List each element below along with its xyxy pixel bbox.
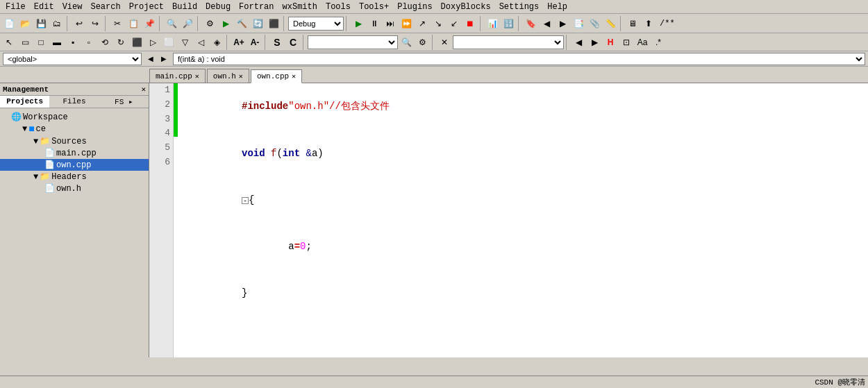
tree-own-cpp[interactable]: 📄 own.cpp xyxy=(0,159,149,171)
find-replace-button[interactable]: 🔎 xyxy=(180,16,195,31)
menu-settings[interactable]: Settings xyxy=(495,1,544,12)
ctrl3-btn[interactable]: ⬜ xyxy=(161,35,176,50)
open-button[interactable]: 📂 xyxy=(17,16,33,31)
search-case-btn[interactable]: Aa xyxy=(635,35,650,50)
bookmark2-btn[interactable]: 📑 xyxy=(571,16,586,31)
build-button[interactable]: 🔨 xyxy=(234,16,249,31)
sidebar-tab-files[interactable]: Files xyxy=(49,96,99,108)
search-highlight-btn[interactable]: H xyxy=(603,35,618,50)
cursor-btn[interactable]: ↖ xyxy=(1,35,17,50)
ctrl5-btn[interactable]: ◁ xyxy=(193,35,208,50)
sidebar-tab-projects[interactable]: Projects xyxy=(0,96,49,108)
bookmark3-btn[interactable]: 📎 xyxy=(587,16,602,31)
menu-doxyblocks[interactable]: DoxyBlocks xyxy=(437,1,495,12)
tree-main-cpp[interactable]: 📄 main.cpp xyxy=(0,147,149,159)
ctrl2-btn[interactable]: ▷ xyxy=(145,35,160,50)
scope-find-btn[interactable]: 🔍 xyxy=(399,35,414,50)
search-back-btn[interactable]: ◀ xyxy=(571,35,586,50)
loop2-btn[interactable]: ↻ xyxy=(113,35,128,50)
debug-start-button[interactable]: ▶ xyxy=(351,16,366,31)
style-s-btn[interactable]: S xyxy=(269,35,285,50)
tab-own-cpp[interactable]: own.cpp ✕ xyxy=(251,69,302,83)
debug-btn5[interactable]: ↗ xyxy=(415,16,430,31)
search-regex-btn[interactable]: .* xyxy=(651,35,666,50)
dbg-icon1[interactable]: 📊 xyxy=(485,16,500,31)
settings-button[interactable]: ⚙ xyxy=(202,16,217,31)
tree-sources-folder[interactable]: ▼ 📁 Sources xyxy=(0,135,149,147)
tab-close-own-cpp[interactable]: ✕ xyxy=(292,72,296,81)
sidebar-close-btn[interactable]: ✕ xyxy=(141,85,146,94)
ctrl-btn[interactable]: ⬛ xyxy=(129,35,144,50)
search-fwd-btn[interactable]: ▶ xyxy=(587,35,602,50)
code-icon2[interactable]: ⬆ xyxy=(641,16,656,31)
menu-plugins[interactable]: Plugins xyxy=(393,1,436,12)
cut-button[interactable]: ✂ xyxy=(110,16,125,31)
code-icon1[interactable]: 🖥 xyxy=(625,16,640,31)
search-result-combo[interactable] xyxy=(453,35,564,49)
tab-main-cpp[interactable]: main.cpp ✕ xyxy=(149,69,206,83)
scope-left-combo[interactable]: <global> xyxy=(3,53,142,65)
tree-headers-folder[interactable]: ▼ 📁 Headers xyxy=(0,171,149,183)
menu-tools[interactable]: Tools xyxy=(322,1,355,12)
debug-stop-button[interactable]: ⏹ xyxy=(462,16,478,31)
menu-build[interactable]: Build xyxy=(168,1,201,12)
fold-marker-3[interactable]: - xyxy=(242,197,249,204)
menu-debug[interactable]: Debug xyxy=(201,1,235,12)
new-button[interactable]: 📄 xyxy=(1,16,17,31)
save-button[interactable]: 💾 xyxy=(33,16,49,31)
ctrl6-btn[interactable]: ◈ xyxy=(209,35,224,50)
stop-button[interactable]: ⬛ xyxy=(266,16,281,31)
menu-search[interactable]: Search xyxy=(86,1,124,12)
bookmark4-btn[interactable]: 📏 xyxy=(603,16,618,31)
menu-fortran[interactable]: Fortran xyxy=(235,1,278,12)
search-wrap-btn[interactable]: ⊡ xyxy=(619,35,634,50)
loop-btn[interactable]: ⟲ xyxy=(97,35,112,50)
scope-combo[interactable] xyxy=(308,35,398,49)
dbg-icon2[interactable]: 🔢 xyxy=(501,16,516,31)
rect-btn[interactable]: ▭ xyxy=(17,35,33,50)
bc-next-btn[interactable]: ▶ xyxy=(158,53,170,65)
bookmark-btn[interactable]: 🔖 xyxy=(523,16,538,31)
tab-close-own-h[interactable]: ✕ xyxy=(239,72,243,81)
code-lines[interactable]: #include"own.h"//包含头文件 void f(int &a) -{… xyxy=(178,83,868,357)
nav-prev-btn[interactable]: ◀ xyxy=(539,16,554,31)
scope-settings-btn[interactable]: ⚙ xyxy=(415,35,430,50)
debug-btn2[interactable]: ⏸ xyxy=(367,16,382,31)
menu-help[interactable]: Help xyxy=(543,1,571,12)
tree-workspace[interactable]: 🌐 Workspace xyxy=(0,111,149,123)
save-all-button[interactable]: 🗂 xyxy=(49,16,65,31)
zoom-in-btn[interactable]: A+ xyxy=(231,35,247,50)
menu-edit[interactable]: Edit xyxy=(30,1,58,12)
menu-wxsmith[interactable]: wxSmith xyxy=(278,1,322,12)
rect4-btn[interactable]: ▪ xyxy=(65,35,81,50)
menu-toolsplus[interactable]: Tools+ xyxy=(355,1,393,12)
paste-button[interactable]: 📌 xyxy=(142,16,157,31)
zoom-out-btn[interactable]: A- xyxy=(247,35,262,50)
rect5-btn[interactable]: ▫ xyxy=(81,35,97,50)
scope-right-combo[interactable]: f(int& a) : void xyxy=(173,53,865,65)
clear-btn[interactable]: ✕ xyxy=(437,35,452,50)
debug-btn4[interactable]: ⏩ xyxy=(399,16,414,31)
tab-own-h[interactable]: own.h ✕ xyxy=(207,69,249,83)
ctrl4-btn[interactable]: ▽ xyxy=(177,35,192,50)
bc-prev-btn[interactable]: ◀ xyxy=(144,53,157,65)
menu-project[interactable]: Project xyxy=(125,1,168,12)
sidebar-tab-fs[interactable]: FS ▸ xyxy=(99,96,149,108)
debug-btn6[interactable]: ↘ xyxy=(431,16,446,31)
tree-project-ce[interactable]: ▼ ■ ce xyxy=(0,123,149,135)
run-button[interactable]: ▶ xyxy=(218,16,233,31)
redo-button[interactable]: ↪ xyxy=(87,16,103,31)
tree-own-h[interactable]: 📄 own.h xyxy=(0,183,149,194)
copy-button[interactable]: 📋 xyxy=(126,16,141,31)
rebuild-button[interactable]: 🔄 xyxy=(250,16,265,31)
nav-next-btn[interactable]: ▶ xyxy=(555,16,570,31)
find-button[interactable]: 🔍 xyxy=(164,16,179,31)
debug-btn7[interactable]: ↙ xyxy=(446,16,462,31)
rect3-btn[interactable]: ▬ xyxy=(49,35,65,50)
rect2-btn[interactable]: □ xyxy=(33,35,49,50)
build-target-combo[interactable]: Debug Release xyxy=(288,17,344,31)
style-c-btn[interactable]: C xyxy=(285,35,301,50)
undo-button[interactable]: ↩ xyxy=(72,16,87,31)
editor-area[interactable]: 1 2 3 4 5 6 #include"own.h"//包含头文件 xyxy=(149,83,868,357)
debug-btn3[interactable]: ⏭ xyxy=(383,16,398,31)
